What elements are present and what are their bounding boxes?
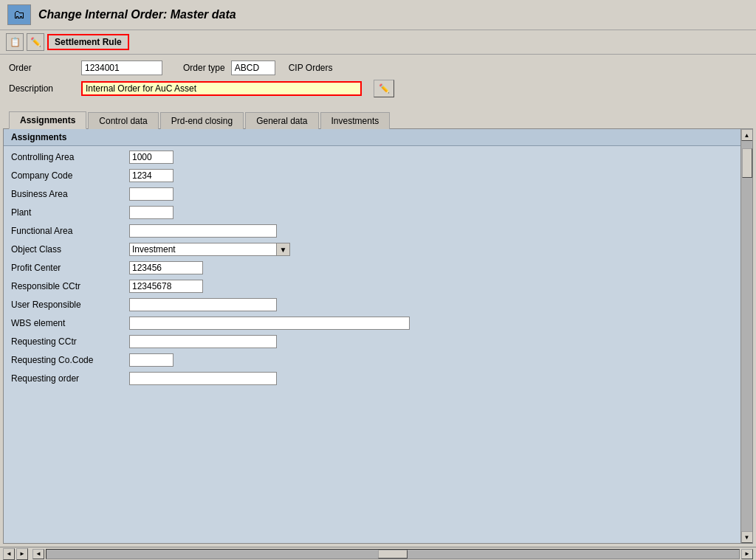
object-class-input[interactable] [129,243,277,256]
toolbar-button-1[interactable]: 📋 [6,33,24,51]
nav-left-icon: ◄ [6,550,12,557]
requesting-cocode-input[interactable] [129,353,173,367]
responsible-cctr-input[interactable] [129,280,203,293]
h-scroll-right-button[interactable]: ► [741,549,753,559]
object-class-dropdown: ▼ [129,243,290,256]
user-responsible-row: User Responsible [11,297,733,313]
edit-button[interactable]: ✏️ [374,80,394,97]
business-area-input[interactable] [129,187,173,201]
user-responsible-label: User Responsible [11,300,129,310]
h-scroll-right-icon: ► [744,550,750,557]
profit-center-label: Profit Center [11,263,129,273]
controlling-area-input[interactable] [129,151,173,164]
user-responsible-input[interactable] [129,298,277,311]
horizontal-scroll-track[interactable] [46,549,740,559]
order-type-input[interactable] [231,61,275,75]
tab-investments[interactable]: Investments [320,112,391,129]
tabs-area: Assignments Control data Prd-end closing… [0,108,756,128]
tab-prd-end-closing[interactable]: Prd-end closing [160,112,244,129]
business-area-label: Business Area [11,189,129,199]
toolbar-button-2[interactable]: ✏️ [27,33,44,51]
clipboard-icon: 📋 [10,37,21,47]
scroll-down-button[interactable]: ▼ [741,531,753,543]
cip-orders-label: CIP Orders [289,63,333,73]
wbs-element-row: WBS element [11,315,733,331]
tab-general-data[interactable]: General data [245,112,318,129]
requesting-cctr-label: Requesting CCtr [11,336,129,347]
order-type-label: Order type [183,63,225,73]
horizontal-scroll-thumb[interactable] [378,550,408,559]
scroll-track[interactable] [741,141,752,531]
scroll-up-icon: ▲ [744,132,750,139]
nav-right-icon: ► [19,550,25,557]
company-code-row: Company Code [11,167,733,184]
responsible-cctr-label: Responsible CCtr [11,281,129,291]
h-scroll-left-icon: ◄ [35,550,41,557]
window-title: Change Internal Order: Master data [38,8,236,21]
main-window: 🗂 Change Internal Order: Master data 📋 ✏… [0,0,756,560]
requesting-cctr-row: Requesting CCtr [11,333,733,350]
nav-arrows: ◄ ► [3,548,28,560]
tab-assignments[interactable]: Assignments [9,111,86,129]
requesting-order-row: Requesting order [11,370,733,387]
pencil-icon: ✏️ [30,37,41,47]
wbs-element-label: WBS element [11,318,129,328]
plant-label: Plant [11,207,129,218]
responsible-cctr-row: Responsible CCtr [11,278,733,294]
nav-right-button[interactable]: ► [16,548,28,560]
requesting-order-input[interactable] [129,372,277,385]
object-class-label: Object Class [11,244,129,255]
requesting-cocode-label: Requesting Co.Code [11,355,129,365]
functional-area-label: Functional Area [11,226,129,236]
profit-center-input[interactable] [129,261,203,274]
wbs-element-input[interactable] [129,317,410,330]
description-input[interactable] [81,81,362,96]
object-class-dropdown-arrow[interactable]: ▼ [277,243,290,256]
description-label: Description [9,83,75,94]
scroll-up-button[interactable]: ▲ [741,129,753,141]
scroll-thumb[interactable] [742,148,752,178]
toolbar: 📋 ✏️ Settlement Rule [0,30,756,55]
chevron-down-icon: ▼ [280,246,287,254]
vertical-scrollbar: ▲ ▼ [740,129,752,543]
assignments-fields: Controlling Area Company Code Business A… [4,146,740,392]
requesting-order-label: Requesting order [11,373,129,384]
bottom-bar: ◄ ► ◄ ► [0,547,756,560]
description-row: Description ✏️ [9,80,747,97]
object-class-row: Object Class ▼ [11,241,733,257]
company-code-label: Company Code [11,170,129,181]
app-icon: 🗂 [7,4,31,25]
form-area: Order Order type CIP Orders Description … [0,55,756,108]
order-row: Order Order type CIP Orders [9,61,747,75]
functional-area-input[interactable] [129,224,277,238]
functional-area-row: Functional Area [11,223,733,239]
content-area: Assignments Controlling Area Company Cod… [3,128,753,544]
profit-center-row: Profit Center [11,260,733,276]
content-inner: Assignments Controlling Area Company Cod… [4,129,740,543]
plant-row: Plant [11,204,733,221]
requesting-cocode-row: Requesting Co.Code [11,352,733,368]
controlling-area-row: Controlling Area [11,149,733,165]
edit-icon: ✏️ [379,83,390,94]
tab-control-data[interactable]: Control data [88,112,158,129]
settlement-rule-button[interactable]: Settlement Rule [47,34,129,50]
company-code-input[interactable] [129,169,173,182]
business-area-row: Business Area [11,186,733,202]
order-input[interactable] [81,61,162,75]
order-label: Order [9,63,75,73]
requesting-cctr-input[interactable] [129,335,277,348]
controlling-area-label: Controlling Area [11,152,129,162]
assignments-section-header: Assignments [4,129,740,146]
nav-left-button[interactable]: ◄ [3,548,15,560]
h-scroll-left-button[interactable]: ◄ [32,549,44,559]
plant-input[interactable] [129,206,173,219]
scroll-down-icon: ▼ [744,534,750,541]
title-bar: 🗂 Change Internal Order: Master data [0,0,756,30]
